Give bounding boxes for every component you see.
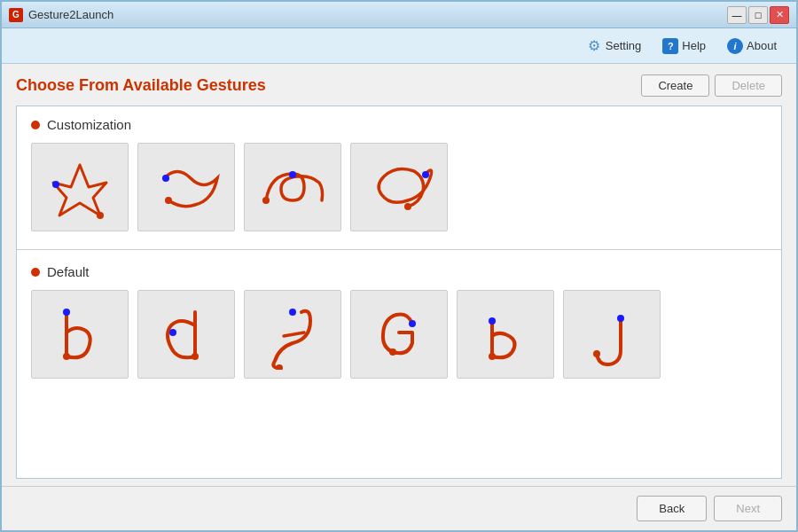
app-icon: G [9,8,23,22]
svg-point-15 [389,348,396,356]
toolbar: ⚙ Setting ? Help i About [2,28,796,64]
svg-point-16 [489,317,496,325]
gesture-wave[interactable] [137,143,235,231]
f-svg [253,299,332,370]
content-header: Choose From Available Gestures Create De… [16,74,782,97]
svg-point-3 [165,197,172,204]
header-buttons: Create Delete [641,74,782,97]
default-header: Default [31,264,767,279]
help-icon: ? [662,38,678,54]
svg-point-8 [63,309,70,316]
delete-button[interactable]: Delete [715,74,782,97]
svg-point-6 [422,171,429,178]
back-button[interactable]: Back [637,496,707,521]
j-svg [572,299,652,370]
content-area: Choose From Available Gestures Create De… [2,64,796,486]
customization-header: Customization [31,117,767,132]
gesture-arch[interactable] [244,143,341,231]
setting-label: Setting [606,39,641,52]
customization-dot [31,121,40,129]
window-controls: — □ ✕ [727,6,789,24]
gesture-d[interactable] [137,290,235,379]
help-button[interactable]: ? Help [653,35,715,58]
customization-label: Customization [47,117,131,132]
default-label: Default [47,264,90,279]
arch-svg [253,152,332,223]
gesture-scroll-container[interactable]: Customization [16,106,782,479]
minimize-button[interactable]: — [727,6,747,24]
svg-point-13 [276,364,283,370]
help-label: Help [682,39,706,52]
section-divider [17,249,781,250]
customization-grid [31,143,767,231]
create-button[interactable]: Create [641,74,709,97]
info-icon: i [727,38,743,54]
gear-icon: ⚙ [586,38,602,54]
svg-point-4 [289,171,296,178]
d-svg [146,299,226,370]
about-label: About [747,39,777,52]
about-button[interactable]: i About [718,35,786,58]
svg-point-0 [52,181,59,188]
titlebar-left: G Gesture2Launch [9,8,113,22]
gesture-spiral[interactable] [350,143,448,231]
svg-point-10 [169,329,176,336]
svg-point-5 [262,197,270,204]
svg-point-19 [593,350,600,357]
gesture-b[interactable] [31,290,129,379]
svg-point-7 [404,203,411,210]
svg-point-12 [289,309,296,316]
default-grid [31,290,767,379]
b-svg [40,299,120,370]
star-svg [40,152,120,223]
svg-point-9 [63,353,70,360]
close-button[interactable]: ✕ [770,6,789,24]
titlebar: G Gesture2Launch — □ ✕ [2,2,796,28]
g-svg [359,299,439,370]
svg-point-14 [409,320,416,327]
next-button[interactable]: Next [714,496,782,521]
wave-svg [146,152,226,223]
svg-point-17 [489,353,496,360]
window-title: Gesture2Launch [28,8,113,21]
maximize-button[interactable]: □ [748,6,768,24]
page-title: Choose From Available Gestures [16,76,266,95]
svg-point-1 [97,212,104,219]
svg-point-2 [162,175,169,182]
svg-point-18 [617,315,624,322]
spiral-svg [359,152,439,223]
r-svg [466,299,545,370]
gesture-f[interactable] [244,290,341,379]
svg-point-11 [192,353,199,360]
default-section: Default [17,254,781,393]
customization-section: Customization [17,106,781,246]
gesture-j[interactable] [563,290,661,379]
setting-button[interactable]: ⚙ Setting [577,35,650,58]
gesture-g[interactable] [350,290,448,379]
main-window: G Gesture2Launch — □ ✕ ⚙ Setting ? Help … [0,0,798,532]
default-dot [31,268,40,277]
footer: Back Next [2,486,796,530]
gesture-r[interactable] [457,290,554,379]
gesture-star[interactable] [31,143,129,231]
